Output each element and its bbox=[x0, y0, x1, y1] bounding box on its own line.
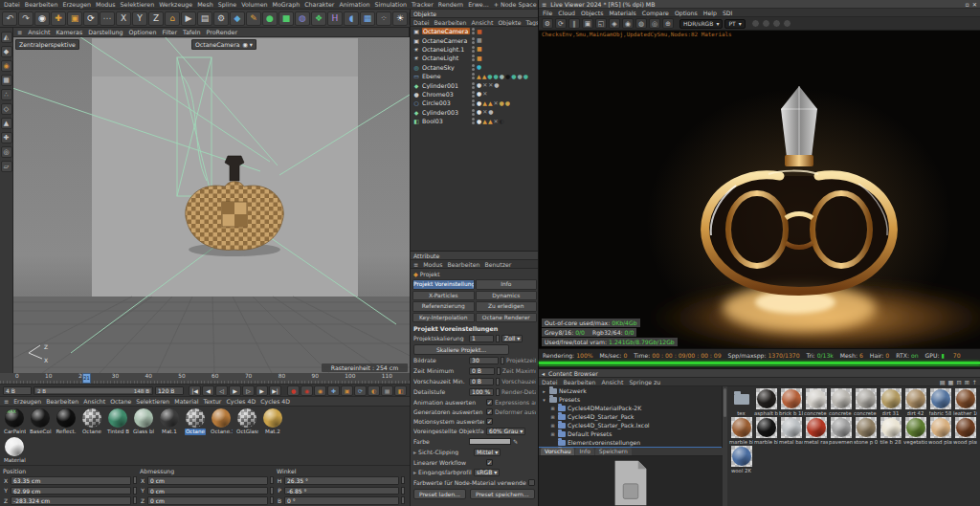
field-spinner[interactable] bbox=[401, 476, 405, 484]
visibility-dots[interactable] bbox=[472, 46, 475, 53]
render-settings-icon[interactable]: ⚙ bbox=[213, 11, 229, 26]
field-spinner[interactable] bbox=[270, 496, 274, 504]
object-tag-icon[interactable]: ✕ bbox=[482, 109, 487, 115]
prev-key-button[interactable]: ◀ bbox=[202, 385, 214, 396]
field-spinner[interactable] bbox=[401, 496, 405, 504]
zoom-in-icon[interactable]: ⊞ bbox=[965, 379, 969, 385]
pause-render-icon[interactable]: ‖ bbox=[568, 18, 580, 29]
display-mode-dropdown[interactable]: HDR/sRGB▾ bbox=[679, 19, 723, 29]
asset-item[interactable]: leather 16 bbox=[953, 388, 977, 416]
scale-spinner[interactable] bbox=[496, 335, 500, 342]
material-thumb[interactable]: Glass bl bbox=[132, 408, 155, 435]
expand-icon[interactable]: ⊞ bbox=[549, 423, 556, 429]
asset-item[interactable]: concrete m.. bbox=[854, 388, 878, 416]
field-input[interactable]: 30 bbox=[469, 357, 499, 364]
texture-mode-icon[interactable]: ◉ bbox=[1, 60, 12, 72]
attribute-tab[interactable]: Info bbox=[476, 279, 538, 290]
angle-field[interactable]: -6.85 ° bbox=[284, 487, 399, 495]
field-spinner[interactable] bbox=[133, 476, 137, 484]
rotate-tool-icon[interactable]: ⟳ bbox=[83, 11, 99, 26]
menu-item[interactable]: Werkzeuge bbox=[159, 1, 192, 8]
preview-range-slider[interactable]: 2 B 148 B bbox=[33, 386, 153, 395]
attribute-tab[interactable]: Key-Interpolation bbox=[412, 313, 475, 323]
snap-icon[interactable]: ◎ bbox=[1, 146, 12, 158]
scale-tool-icon[interactable]: ▣ bbox=[67, 11, 82, 26]
menu-item[interactable]: Selektieren bbox=[121, 1, 155, 8]
preview-tab[interactable]: Vorschau bbox=[541, 448, 574, 455]
pick-focus-icon[interactable]: ◎ bbox=[649, 18, 660, 29]
object-tag-icon[interactable]: ✕ bbox=[488, 82, 493, 88]
expander-icon[interactable]: ▸ bbox=[413, 449, 416, 455]
object-color-dropdown[interactable]: 60% Grau ▾ bbox=[486, 428, 525, 435]
asset-item[interactable]: dirt 42 bbox=[903, 388, 927, 416]
field-spinner[interactable] bbox=[270, 476, 274, 484]
make-editable-icon[interactable]: ◭ bbox=[1, 32, 12, 43]
object-tag-icon[interactable]: ● bbox=[518, 74, 523, 79]
edges-mode-icon[interactable]: ◇ bbox=[1, 103, 12, 115]
visibility-dots[interactable] bbox=[472, 109, 475, 116]
menu-item[interactable]: Datei bbox=[4, 1, 20, 8]
viewport-canvas[interactable]: Z X Zentralperspektive OctaneCamera ◉ ▾ bbox=[13, 37, 410, 373]
asset-item[interactable]: metal bas.. bbox=[779, 417, 803, 445]
live-viewer-menu-item[interactable]: Materials bbox=[609, 10, 635, 16]
live-viewer-menu-item[interactable]: SDI bbox=[723, 10, 733, 16]
material-thumb[interactable]: Mat.1 bbox=[158, 408, 181, 435]
toggle-button[interactable] bbox=[762, 19, 770, 28]
attribute-tab[interactable]: Octane Renderer bbox=[476, 313, 538, 323]
asset-item[interactable]: brick b 18.. bbox=[779, 388, 803, 416]
solo-icon[interactable]: ◧ bbox=[394, 385, 407, 396]
view-label[interactable]: Zentralperspektive bbox=[15, 39, 79, 50]
live-viewer-menu-item[interactable]: Cloud bbox=[558, 10, 575, 16]
attribute-menu-item[interactable]: Bearbeiten bbox=[447, 261, 479, 268]
object-tag-icon[interactable]: ● bbox=[487, 74, 492, 79]
tree-item[interactable]: ⊞ Cycles4D_Starter_Pack.lxcol bbox=[539, 421, 722, 429]
checkbox[interactable]: ✓ bbox=[486, 418, 493, 425]
asset-item[interactable]: metal raw.. bbox=[804, 417, 828, 445]
menu-item[interactable]: Tracker bbox=[412, 1, 434, 8]
goto-end-button[interactable]: ▶| bbox=[269, 385, 281, 396]
next-frame-button[interactable]: ▷ bbox=[242, 385, 255, 396]
viewport-menu-item[interactable]: Optionen bbox=[129, 29, 157, 35]
object-tag-icon[interactable]: ● bbox=[477, 119, 481, 124]
object-manager-menu-item[interactable]: Datei bbox=[413, 19, 430, 26]
visibility-dots[interactable] bbox=[472, 37, 475, 44]
lock-workplane-icon[interactable]: ▱ bbox=[1, 161, 12, 172]
object-tag-icon[interactable]: ▲ bbox=[488, 100, 493, 106]
model-mode-icon[interactable]: ◆ bbox=[1, 46, 12, 57]
expand-icon[interactable]: ⊞ bbox=[549, 414, 556, 420]
asset-item[interactable]: wool 2K bbox=[729, 446, 753, 473]
tree-item[interactable]: ⊞ Default Presets bbox=[539, 429, 722, 438]
input-profile-dropdown[interactable]: sRGB ▾ bbox=[474, 469, 500, 476]
autokey-icon[interactable]: ◉ bbox=[301, 385, 313, 396]
attribute-menu-item[interactable]: Modus bbox=[423, 261, 442, 268]
fields-icon[interactable]: H bbox=[327, 11, 343, 26]
coordinate-system-icon[interactable]: ⌂ bbox=[165, 11, 180, 26]
position-field[interactable]: -283.324 cm bbox=[11, 496, 131, 505]
menu-item[interactable]: Rendern bbox=[438, 1, 463, 8]
object-tag-icon[interactable]: ● bbox=[500, 74, 504, 79]
expand-icon[interactable]: ⊞ bbox=[549, 431, 556, 437]
viewport-menu-item[interactable]: Filter bbox=[162, 29, 177, 35]
deformer-icon[interactable]: ◍ bbox=[295, 11, 310, 26]
object-tag-icon[interactable]: ▲ bbox=[482, 74, 487, 79]
generator-icon[interactable]: ■ bbox=[278, 11, 294, 26]
size-field[interactable]: 0 cm bbox=[147, 487, 268, 495]
y-axis-lock-icon[interactable]: Y bbox=[132, 11, 147, 26]
material-menu-item[interactable]: Octane bbox=[110, 398, 131, 405]
asset-item[interactable]: wood plan.. bbox=[953, 417, 977, 445]
render-view-icon[interactable]: ▶ bbox=[181, 11, 196, 26]
next-key-button[interactable]: ▶ bbox=[256, 385, 268, 396]
visibility-dots[interactable] bbox=[472, 55, 475, 61]
material-menu-item[interactable]: Textur bbox=[203, 398, 221, 405]
object-tag-icon[interactable]: ▲ bbox=[488, 119, 493, 124]
spline-pen-icon[interactable]: ✎ bbox=[246, 11, 261, 26]
object-tag-icon[interactable]: ✕ bbox=[494, 100, 499, 106]
toggle-button[interactable] bbox=[772, 19, 781, 28]
visibility-dots[interactable] bbox=[472, 91, 475, 98]
material-thumb[interactable]: Tinted B bbox=[106, 408, 129, 435]
axis-mode-icon[interactable]: ✚ bbox=[1, 132, 12, 143]
up-folder-icon[interactable]: ↑ bbox=[972, 379, 977, 385]
menu-item[interactable]: Spline bbox=[218, 1, 236, 8]
z-axis-lock-icon[interactable]: Z bbox=[148, 11, 164, 26]
object-row[interactable]: ● Chrome03 ●✕ bbox=[411, 90, 538, 99]
